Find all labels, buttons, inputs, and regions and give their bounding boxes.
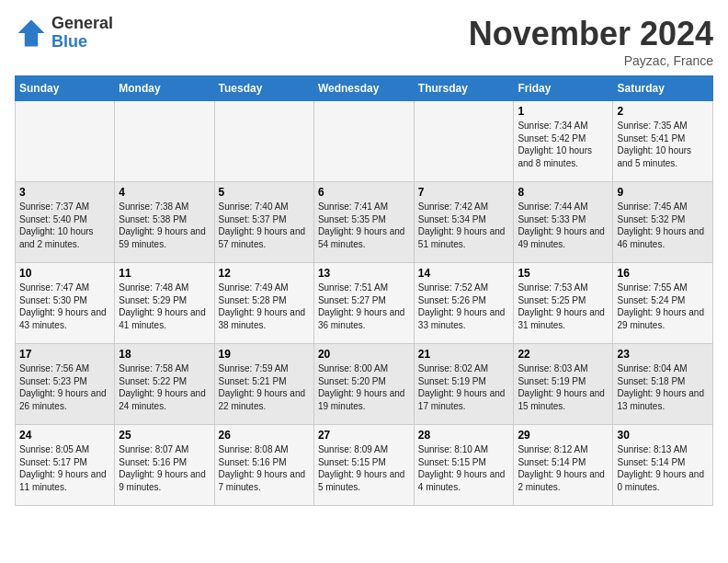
calendar-cell: 17Sunrise: 7:56 AMSunset: 5:23 PMDayligh… [16,344,115,425]
day-info: Sunrise: 8:00 AM [318,362,410,375]
day-number: 9 [617,186,709,199]
day-number: 25 [119,429,210,442]
weekday-header: Wednesday [313,76,414,101]
day-info: Sunset: 5:16 PM [219,456,310,469]
day-number: 21 [418,348,510,361]
calendar-cell: 22Sunrise: 8:03 AMSunset: 5:19 PMDayligh… [514,344,613,425]
day-info: Daylight: 9 hours and 54 minutes. [318,225,410,250]
weekday-header: Sunday [16,76,115,101]
day-number: 1 [518,105,609,118]
day-info: Sunset: 5:24 PM [617,294,709,307]
day-number: 29 [518,429,609,442]
day-number: 17 [19,348,110,361]
day-info: Sunrise: 7:45 AM [617,201,709,213]
day-info: Sunrise: 7:42 AM [418,201,510,213]
day-info: Sunrise: 7:55 AM [617,282,709,294]
day-info: Sunset: 5:23 PM [19,375,110,388]
calendar-table: SundayMondayTuesdayWednesdayThursdayFrid… [15,75,713,506]
day-info: Sunrise: 7:53 AM [518,282,609,294]
day-info: Sunset: 5:40 PM [19,213,110,226]
day-number: 13 [318,267,410,280]
day-number: 19 [219,348,310,361]
day-number: 5 [219,186,310,199]
day-info: Sunset: 5:35 PM [318,213,410,226]
calendar-cell: 13Sunrise: 7:51 AMSunset: 5:27 PMDayligh… [313,263,414,344]
calendar-body: 1Sunrise: 7:34 AMSunset: 5:42 PMDaylight… [16,101,713,506]
calendar-cell: 2Sunrise: 7:35 AMSunset: 5:41 PMDaylight… [613,101,713,182]
day-info: Sunrise: 8:07 AM [119,443,210,456]
day-number: 7 [418,186,510,199]
day-number: 12 [219,267,310,280]
weekday-header: Thursday [414,76,514,101]
day-info: Sunrise: 7:41 AM [318,201,410,213]
calendar-cell: 6Sunrise: 7:41 AMSunset: 5:35 PMDaylight… [313,182,414,263]
day-info: Sunset: 5:26 PM [418,294,510,307]
calendar-cell: 5Sunrise: 7:40 AMSunset: 5:37 PMDaylight… [214,182,313,263]
weekday-header: Friday [514,76,613,101]
day-info: Daylight: 9 hours and 59 minutes. [119,225,210,250]
day-info: Daylight: 9 hours and 19 minutes. [318,387,410,412]
weekday-header: Tuesday [214,76,313,101]
calendar-cell [16,101,115,182]
calendar-cell: 8Sunrise: 7:44 AMSunset: 5:33 PMDaylight… [514,182,613,263]
day-number: 20 [318,348,410,361]
day-info: Sunrise: 8:08 AM [219,443,310,456]
day-info: Sunset: 5:37 PM [219,213,310,226]
day-number: 24 [19,429,110,442]
day-number: 16 [617,267,709,280]
day-info: Daylight: 9 hours and 17 minutes. [418,387,510,412]
day-info: Sunset: 5:38 PM [119,213,210,226]
calendar-cell: 24Sunrise: 8:05 AMSunset: 5:17 PMDayligh… [16,425,115,506]
day-info: Daylight: 9 hours and 4 minutes. [418,468,510,493]
calendar-cell: 1Sunrise: 7:34 AMSunset: 5:42 PMDaylight… [514,101,613,182]
day-info: Sunset: 5:15 PM [418,456,510,469]
calendar-cell [414,101,514,182]
day-info: Daylight: 9 hours and 29 minutes. [617,306,709,331]
calendar-cell: 11Sunrise: 7:48 AMSunset: 5:29 PMDayligh… [115,263,214,344]
day-number: 3 [19,186,110,199]
day-number: 15 [518,267,609,280]
calendar-cell: 25Sunrise: 8:07 AMSunset: 5:16 PMDayligh… [115,425,214,506]
calendar-cell: 16Sunrise: 7:55 AMSunset: 5:24 PMDayligh… [613,263,713,344]
calendar-week-row: 10Sunrise: 7:47 AMSunset: 5:30 PMDayligh… [16,263,713,344]
calendar-cell: 9Sunrise: 7:45 AMSunset: 5:32 PMDaylight… [613,182,713,263]
calendar-cell: 10Sunrise: 7:47 AMSunset: 5:30 PMDayligh… [16,263,115,344]
day-number: 22 [518,348,609,361]
day-info: Daylight: 9 hours and 15 minutes. [518,387,609,412]
day-info: Sunset: 5:34 PM [418,213,510,226]
day-info: Sunrise: 7:48 AM [119,282,210,294]
day-number: 2 [617,105,709,118]
calendar-cell: 28Sunrise: 8:10 AMSunset: 5:15 PMDayligh… [414,425,514,506]
day-info: Sunset: 5:15 PM [318,456,410,469]
day-info: Sunset: 5:17 PM [19,456,110,469]
calendar-header: SundayMondayTuesdayWednesdayThursdayFrid… [16,76,713,101]
day-info: Sunset: 5:28 PM [219,294,310,307]
calendar-cell: 3Sunrise: 7:37 AMSunset: 5:40 PMDaylight… [16,182,115,263]
logo: General Blue [15,15,113,52]
calendar-week-row: 24Sunrise: 8:05 AMSunset: 5:17 PMDayligh… [16,425,713,506]
day-info: Daylight: 9 hours and 2 minutes. [518,468,609,493]
calendar-cell: 4Sunrise: 7:38 AMSunset: 5:38 PMDaylight… [115,182,214,263]
logo-blue: Blue [51,33,113,52]
weekday-header: Saturday [613,76,713,101]
day-number: 10 [19,267,110,280]
day-number: 27 [318,429,410,442]
calendar-cell: 29Sunrise: 8:12 AMSunset: 5:14 PMDayligh… [514,425,613,506]
day-info: Daylight: 9 hours and 38 minutes. [219,306,310,331]
day-info: Daylight: 10 hours and 8 minutes. [518,144,609,169]
day-number: 18 [119,348,210,361]
day-info: Sunrise: 7:35 AM [617,120,709,132]
day-number: 26 [219,429,310,442]
day-info: Daylight: 9 hours and 24 minutes. [119,387,210,412]
calendar-cell: 15Sunrise: 7:53 AMSunset: 5:25 PMDayligh… [514,263,613,344]
day-info: Daylight: 9 hours and 26 minutes. [19,387,110,412]
month-title: November 2024 [469,15,713,53]
day-info: Sunrise: 7:59 AM [219,362,310,375]
day-info: Sunset: 5:30 PM [19,294,110,307]
day-info: Sunrise: 7:38 AM [119,201,210,213]
day-info: Daylight: 9 hours and 57 minutes. [219,225,310,250]
day-info: Daylight: 9 hours and 9 minutes. [119,468,210,493]
day-info: Daylight: 9 hours and 41 minutes. [119,306,210,331]
calendar-week-row: 3Sunrise: 7:37 AMSunset: 5:40 PMDaylight… [16,182,713,263]
day-number: 14 [418,267,510,280]
